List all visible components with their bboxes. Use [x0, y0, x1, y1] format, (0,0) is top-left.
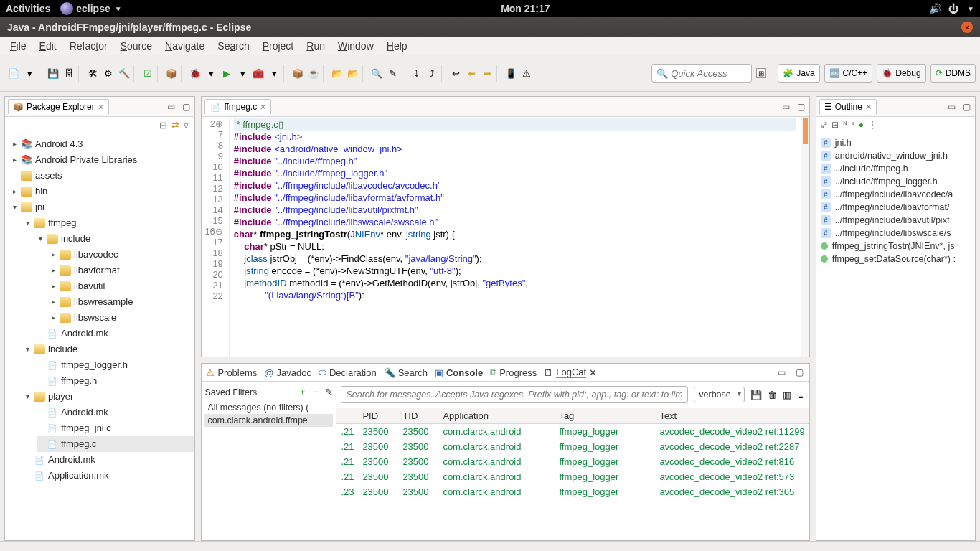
menu-window[interactable]: Window — [332, 39, 380, 53]
maximize-view-button[interactable]: ▢ — [796, 102, 806, 112]
group-includes-button[interactable]: ⋮ — [868, 120, 877, 130]
build-all-button[interactable]: ⚙ — [102, 67, 115, 80]
back-button[interactable]: ⬅ — [465, 67, 478, 80]
external-tools-button[interactable]: 🧰 — [252, 67, 265, 80]
remove-filter-button[interactable]: － — [311, 386, 321, 398]
tree-item[interactable]: libswresample — [74, 294, 133, 310]
close-icon[interactable]: ✕ — [589, 367, 597, 378]
tab-logcat[interactable]: 🗒LogCat ✕ — [544, 367, 597, 378]
hide-static-button[interactable]: ᴺ — [843, 120, 847, 130]
minimize-view-button[interactable]: ▭ — [166, 102, 176, 112]
editor-tab[interactable]: 📄 ffmpeg.c ✕ — [204, 99, 271, 114]
table-row[interactable]: .212350023500com.clarck.androidffmpeg_lo… — [336, 454, 809, 469]
build-target-button[interactable]: 🔨 — [118, 67, 131, 80]
tree-item[interactable]: ffmpeg — [48, 215, 77, 231]
save-all-button[interactable]: 🗄 — [62, 67, 75, 80]
outline-item[interactable]: #jni.h — [816, 136, 975, 149]
outline-item[interactable]: #../include/ffmpeg_logger.h — [816, 175, 975, 188]
table-row[interactable]: .212350023500com.clarck.androidffmpeg_lo… — [336, 424, 809, 439]
tree-item[interactable]: ffmpeg_logger.h — [61, 357, 128, 373]
annotate-button[interactable]: ✎ — [386, 67, 399, 80]
collapse-all-button[interactable]: ⊟ — [159, 120, 167, 131]
menu-edit[interactable]: Edit — [34, 39, 62, 53]
tree-item[interactable]: libavcodec — [74, 247, 118, 263]
run-button[interactable]: ▶ — [220, 67, 233, 80]
overview-ruler[interactable] — [801, 117, 809, 357]
outline-list[interactable]: #jni.h#android/native_window_jni.h#../in… — [816, 133, 975, 268]
tree-item[interactable]: Android.mk — [61, 405, 108, 420]
activities-button[interactable]: Activities — [6, 3, 50, 14]
system-menu-caret[interactable]: ▼ — [967, 5, 974, 13]
logcat-search-input[interactable] — [341, 386, 688, 403]
filter-item-all[interactable]: All messages (no filters) ( — [204, 401, 333, 414]
tree-item[interactable]: Android.mk — [48, 452, 95, 468]
perspective-ddms[interactable]: ⟳DDMS — [930, 64, 976, 83]
debug-dropdown[interactable]: ▾ — [204, 67, 217, 80]
tree-item[interactable]: Android 4.3 — [35, 136, 83, 152]
new-dropdown[interactable]: ▾ — [23, 67, 36, 80]
filter-button[interactable]: ● — [859, 120, 864, 130]
perspective-debug[interactable]: 🐞Debug — [877, 64, 925, 83]
search-button[interactable]: 🔍 — [370, 67, 383, 80]
menu-help[interactable]: Help — [381, 39, 413, 53]
outline-item[interactable]: #../ffmpeg/include/libavformat/ — [816, 201, 975, 214]
outline-item[interactable]: ffmpeg_jstringTostr(JNIEnv*, js — [816, 240, 975, 253]
outline-item[interactable]: #../ffmpeg/include/libavcodec/a — [816, 188, 975, 201]
perspective-java[interactable]: 🧩Java — [778, 64, 819, 83]
tree-item[interactable]: bin — [35, 184, 47, 199]
tree-item[interactable]: include — [61, 231, 90, 247]
tree-item[interactable]: libavutil — [74, 278, 105, 294]
menu-navigate[interactable]: Navigate — [159, 39, 210, 53]
toggle-breakpoint-button[interactable]: ☑ — [141, 67, 154, 80]
open-type-button[interactable]: 📂 — [331, 67, 344, 80]
table-row[interactable]: .212350023500com.clarck.androidffmpeg_lo… — [336, 469, 809, 484]
add-filter-button[interactable]: ＋ — [298, 386, 307, 398]
col-text[interactable]: Text — [655, 408, 809, 423]
open-task-button[interactable]: 📂 — [347, 67, 359, 80]
menu-file[interactable]: File — [4, 39, 32, 53]
outline-item[interactable]: #../ffmpeg/include/libavutil/pixf — [816, 214, 975, 227]
next-annotation-button[interactable]: ⤵ — [410, 67, 423, 80]
lint-button[interactable]: ⚠ — [520, 67, 533, 80]
tab-javadoc[interactable]: @Javadoc — [264, 367, 311, 378]
quick-access-input[interactable] — [671, 68, 747, 79]
menu-source[interactable]: Source — [115, 39, 158, 53]
tab-declaration[interactable]: ⬭Declaration — [319, 367, 377, 378]
editor-area[interactable]: 2⊕78910111213141516⊖171819202122 * ffmpe… — [202, 117, 809, 357]
perspective-cpp[interactable]: 🔤C/C++ — [824, 64, 873, 83]
outline-item[interactable]: #../ffmpeg/include/libswscale/s — [816, 227, 975, 240]
new-class-button[interactable]: 📦 — [165, 67, 178, 80]
prev-annotation-button[interactable]: ⤴ — [425, 67, 438, 80]
save-button[interactable]: 💾 — [47, 67, 60, 80]
package-explorer-tab[interactable]: 📦 Package Explorer ✕ — [8, 99, 109, 114]
quick-access[interactable]: 🔍 — [651, 64, 752, 83]
hide-fields-button[interactable]: ⊟ — [831, 120, 839, 130]
window-close-button[interactable]: × — [961, 22, 973, 33]
tree-item[interactable]: libavformat — [74, 263, 120, 278]
col-pid[interactable]: PID — [358, 408, 398, 423]
logcat-table[interactable]: PID TID Application Tag Text .2123500235… — [336, 408, 809, 540]
save-log-button[interactable]: 💾 — [750, 390, 762, 400]
new-java-button[interactable]: ☕ — [307, 67, 320, 80]
open-perspective-button[interactable]: ⊞ — [756, 68, 766, 78]
table-row[interactable]: .212350023500com.clarck.androidffmpeg_lo… — [336, 439, 809, 454]
filter-item-selected[interactable]: com.clarck.android.ffmpe — [204, 414, 333, 427]
package-explorer-tree[interactable]: ▸📚Android 4.3 ▸📚Android Private Librarie… — [5, 133, 194, 486]
outline-item[interactable]: #../include/ffmpeg.h — [816, 162, 975, 175]
clear-log-button[interactable]: 🗑 — [768, 390, 777, 400]
menu-search[interactable]: Search — [212, 39, 255, 53]
tree-item[interactable]: jni — [35, 199, 44, 215]
device-button[interactable]: 📱 — [504, 67, 517, 80]
clock[interactable]: Mon 21:17 — [122, 3, 929, 14]
line-gutter[interactable]: 2⊕78910111213141516⊖171819202122 — [202, 117, 229, 357]
view-menu-button[interactable]: ▿ — [184, 120, 189, 131]
tab-console[interactable]: ▣Console — [435, 367, 483, 378]
table-row[interactable]: .232350023500com.clarck.androidffmpeg_lo… — [336, 484, 809, 499]
last-edit-button[interactable]: ↩ — [449, 67, 462, 80]
build-project-button[interactable]: 🛠 — [86, 67, 99, 80]
maximize-view-button[interactable]: ▢ — [961, 102, 972, 112]
col-tag[interactable]: Tag — [555, 408, 655, 423]
app-indicator[interactable]: eclipse▼ — [60, 2, 121, 15]
tree-item[interactable]: include — [48, 342, 77, 357]
minimize-view-button[interactable]: ▭ — [781, 102, 791, 112]
